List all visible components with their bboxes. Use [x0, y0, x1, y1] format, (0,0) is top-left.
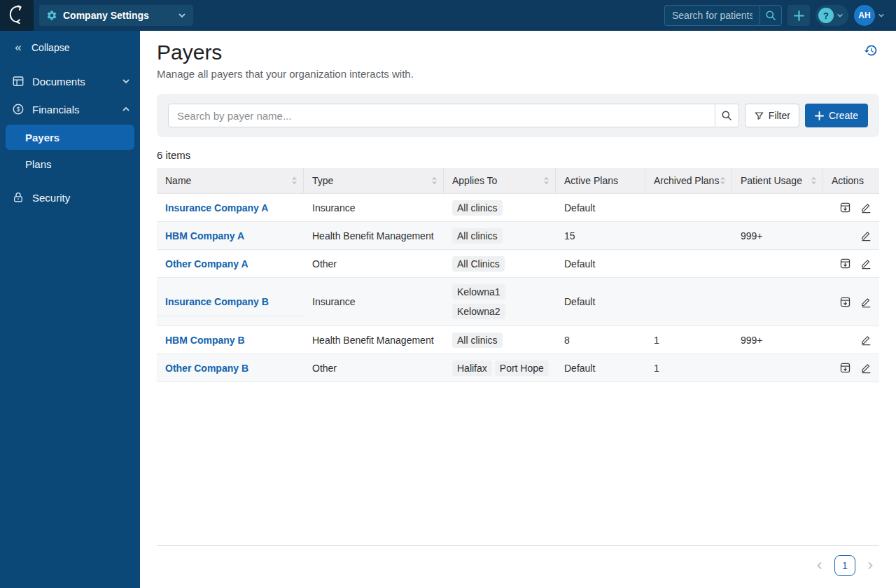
archive-icon	[839, 258, 851, 270]
table-row: Other Company AOtherAll ClinicsDefault	[157, 250, 879, 278]
edit-button[interactable]	[860, 230, 872, 241]
payer-search-button[interactable]	[715, 104, 739, 127]
history-button[interactable]	[862, 42, 879, 59]
archive-icon	[839, 362, 851, 374]
column-label: Name	[165, 175, 191, 186]
payer-name-link[interactable]: Other Company B	[165, 363, 248, 374]
page-title: Payers	[157, 39, 879, 66]
sort-carets-icon	[543, 176, 550, 186]
archived-plans-cell	[645, 250, 732, 277]
column-label: Archived Plans	[654, 175, 719, 186]
filter-button[interactable]: Filter	[745, 104, 799, 127]
sidebar-item-financials[interactable]: $ Financials	[0, 95, 140, 123]
column-label: Active Plans	[564, 175, 618, 186]
documents-icon	[11, 75, 25, 88]
jane-logo-icon	[7, 4, 27, 27]
svg-text:$: $	[17, 106, 20, 113]
workspace-label: Company Settings	[63, 10, 178, 21]
history-icon	[864, 43, 878, 57]
main-content: Payers Manage all payers that your organ…	[140, 31, 896, 588]
payer-type: Health Benefit Management	[312, 230, 434, 241]
patient-search-input[interactable]	[664, 5, 760, 26]
applies-to-badge: All clinics	[452, 332, 503, 348]
payer-type: Insurance	[312, 202, 355, 214]
table-row: HBM Company AHealth Benefit ManagementAl…	[157, 222, 879, 250]
chevron-right-icon	[865, 561, 875, 570]
column-label: Patient Usage	[741, 175, 802, 186]
sort-carets-icon	[291, 176, 298, 186]
sort-carets-icon	[720, 176, 726, 186]
active-plans-cell: Default	[556, 250, 645, 277]
payer-type: Health Benefit Management	[312, 335, 434, 346]
payer-name-link[interactable]: Other Company A	[165, 258, 248, 270]
payer-search	[168, 104, 739, 127]
payer-name-link[interactable]: HBM Company A	[165, 230, 244, 241]
patient-search-button[interactable]	[760, 5, 782, 26]
applies-to-badge: All clinics	[452, 200, 503, 216]
archived-plans-cell: 1	[645, 326, 732, 354]
edit-button[interactable]	[860, 334, 872, 346]
pagination: 1	[157, 555, 879, 576]
archive-button[interactable]	[839, 258, 851, 270]
sidebar-item-documents[interactable]: Documents	[0, 67, 140, 95]
column-header-applies-to[interactable]: Applies To	[444, 168, 556, 193]
column-header-patient-usage[interactable]: Patient Usage	[732, 168, 823, 193]
user-menu-button[interactable]: AH	[854, 5, 885, 26]
filter-label: Filter	[769, 110, 790, 121]
sidebar-item-payers[interactable]: Payers	[6, 125, 134, 150]
column-header-actions: Actions	[823, 168, 879, 193]
active-plans-cell: 8	[556, 326, 645, 354]
column-header-type[interactable]: Type	[304, 168, 444, 193]
payer-name-link[interactable]: HBM Company B	[165, 335, 245, 346]
column-header-name[interactable]: Name	[157, 168, 304, 193]
archive-button[interactable]	[839, 202, 851, 214]
edit-button[interactable]	[860, 202, 872, 214]
plus-icon	[815, 111, 824, 120]
archive-button[interactable]	[839, 362, 851, 374]
actions-cell	[823, 278, 879, 326]
applies-to-badge: Port Hope	[495, 360, 549, 376]
page-number-button[interactable]: 1	[834, 555, 855, 576]
applies-to-badge: Kelowna1	[452, 284, 505, 300]
edit-button[interactable]	[860, 258, 872, 270]
patient-usage-cell	[732, 194, 823, 221]
table-header: NameTypeApplies ToActive PlansArchived P…	[157, 168, 879, 194]
column-header-active-plans: Active Plans	[556, 168, 645, 193]
search-icon	[721, 110, 732, 121]
chevron-left-icon	[815, 561, 825, 570]
active-plans-cell: Default	[556, 278, 645, 326]
payer-name-link[interactable]: Insurance Company B	[165, 296, 269, 307]
app-logo[interactable]	[0, 0, 34, 31]
patient-usage-cell: 999+	[732, 326, 823, 354]
column-label: Type	[312, 175, 333, 186]
sidebar-item-label: Financials	[32, 104, 122, 115]
create-button[interactable]: Create	[805, 104, 868, 127]
next-page-button[interactable]	[864, 559, 876, 572]
edit-button[interactable]	[860, 362, 872, 374]
plus-icon	[794, 10, 804, 21]
archive-button[interactable]	[839, 296, 851, 308]
archive-icon	[839, 296, 851, 308]
archived-plans-cell	[645, 278, 732, 326]
previous-page-button[interactable]	[813, 559, 826, 572]
sidebar-item-plans[interactable]: Plans	[6, 151, 134, 176]
payer-search-input[interactable]	[168, 104, 715, 127]
table-row: Other Company BOtherHalifaxPort HopeDefa…	[157, 354, 879, 382]
funnel-icon	[754, 111, 764, 121]
lock-icon	[11, 191, 25, 204]
chevron-up-icon	[122, 105, 130, 113]
archived-plans-cell	[645, 194, 732, 221]
table-footer: 1	[157, 545, 879, 588]
edit-button[interactable]	[860, 296, 872, 308]
archive-icon	[839, 202, 851, 214]
active-plans-cell: Default	[556, 354, 645, 382]
column-header-archived-plans[interactable]: Archived Plans	[645, 168, 732, 193]
sidebar-item-security[interactable]: Security	[0, 183, 140, 211]
sidebar-collapse[interactable]: « Collapse	[0, 34, 140, 62]
quick-add-button[interactable]	[788, 5, 810, 26]
payer-name-link[interactable]: Insurance Company A	[165, 202, 268, 214]
chevron-down-icon	[836, 12, 844, 19]
help-menu-button[interactable]: ?	[816, 5, 848, 26]
workspace-selector[interactable]: Company Settings	[39, 5, 193, 26]
applies-to-badge: Halifax	[452, 360, 492, 376]
